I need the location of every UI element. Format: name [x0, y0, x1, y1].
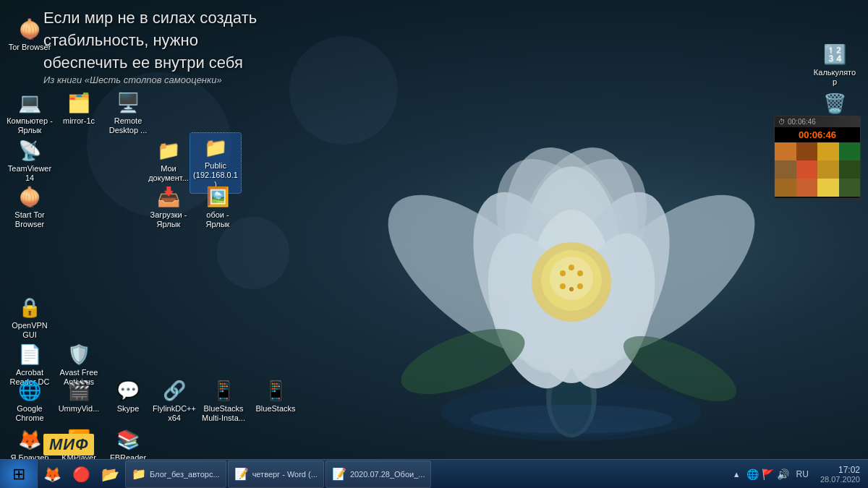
start-tor-icon[interactable]: 🧅 Start Tor Browser	[4, 182, 56, 232]
clock-widget-time: 00:06:46	[775, 127, 860, 142]
system-tray: ▲ 🌐 🚩 🔊 RU 17:02 28.07.2020	[730, 460, 868, 489]
clock-date: 28.07.2020	[820, 475, 860, 484]
taskbar-item-word1-label: четверг - Word (...	[252, 470, 318, 479]
color-grid	[775, 142, 860, 197]
taskbar-pinned-yandex[interactable]: 🦊	[38, 461, 66, 488]
ummy-video-icon[interactable]: 🎬 UmmyVid...	[53, 376, 105, 416]
quote-source: Из книги «Шесть столпов самооценки»	[43, 74, 222, 85]
tray-volume-icon[interactable]: 🔊	[777, 468, 789, 480]
taskbar: ⊞ 🦊 🔴 📂 📁 Блог_без_авторс... 📝 четверг -…	[0, 459, 868, 488]
folder-taskbar-icon: 📁	[132, 467, 146, 481]
wallpapers-icon[interactable]: 🖼️ обои - Ярлык	[192, 182, 244, 232]
lotus-flower	[347, 58, 796, 463]
svg-point-21	[560, 283, 566, 289]
clock-widget-header: ⏱ 00:06:46	[775, 116, 860, 127]
taskbar-item-word2[interactable]: 📝 2020.07.28_Обои_...	[326, 461, 432, 488]
downloads-icon[interactable]: 📥 Загрузки - Ярлык	[142, 182, 195, 232]
bluestacks-icon[interactable]: 📱 BlueStacks	[250, 376, 302, 416]
mif-logo: МИФ	[43, 434, 94, 455]
flylink-icon[interactable]: 🔗 FlylinkDC++ x64	[148, 376, 200, 426]
tray-expand[interactable]: ▲	[730, 470, 744, 479]
svg-point-19	[577, 270, 583, 276]
svg-point-17	[550, 257, 593, 300]
taskbar-item-word1[interactable]: 📝 четверг - Word (...	[228, 461, 324, 488]
quote-text: Если мир не в силах создать стабильность…	[43, 7, 347, 74]
taskbar-item-blog[interactable]: 📁 Блог_без_авторс...	[125, 461, 226, 488]
remote-desktop-icon[interactable]: 🖥️ Remote Desktop ...	[102, 88, 154, 138]
svg-point-20	[569, 265, 574, 270]
desktop: Если мир не в силах создать стабильность…	[0, 0, 868, 488]
lang-indicator[interactable]: RU	[792, 469, 813, 479]
taskbar-item-word2-label: 2020.07.28_Обои_...	[350, 470, 425, 479]
tray-network-icon[interactable]: 🌐	[746, 468, 759, 480]
teamviewer-icon[interactable]: 📡 TeamViewer 14	[4, 136, 56, 186]
google-chrome-icon[interactable]: 🌐 Google Chrome	[4, 376, 56, 426]
taskbar-pinned-folder[interactable]: 📂	[96, 461, 124, 488]
clock-time: 17:02	[838, 465, 860, 475]
my-docs-icon[interactable]: 📁 Мои документ...	[142, 136, 195, 186]
taskbar-item-blog-label: Блог_без_авторс...	[150, 470, 220, 479]
start-button[interactable]: ⊞	[0, 460, 38, 489]
word1-taskbar-icon: 📝	[234, 467, 249, 481]
skype-icon[interactable]: 💬 Skype	[102, 376, 154, 416]
windows-logo-icon: ⊞	[12, 465, 25, 484]
bluestacks-multi-icon[interactable]: 📱 BlueStacks Multi-Insta...	[197, 376, 250, 426]
svg-point-22	[577, 283, 583, 289]
taskbar-pinned-red[interactable]: 🔴	[67, 461, 95, 488]
svg-point-25	[499, 419, 644, 437]
svg-point-18	[560, 270, 566, 276]
openvpn-icon[interactable]: 🔒 OpenVPN GUI	[4, 293, 56, 343]
computer-icon[interactable]: 💻 Компьютер - Ярлык	[4, 88, 56, 138]
tray-flag-icon: 🚩	[762, 468, 774, 480]
calculator-icon[interactable]: 🔢 Калькулятор	[809, 40, 861, 90]
svg-point-23	[569, 287, 574, 291]
clock-area[interactable]: 17:02 28.07.2020	[816, 465, 864, 484]
tor-browser-icon[interactable]: 🧅 Tor Browser	[4, 14, 56, 55]
clock-widget[interactable]: ⏱ 00:06:46 00:06:46	[774, 116, 861, 199]
word2-taskbar-icon: 📝	[332, 467, 346, 481]
mirror1c-icon[interactable]: 🗂️ mirror-1c	[53, 88, 105, 129]
